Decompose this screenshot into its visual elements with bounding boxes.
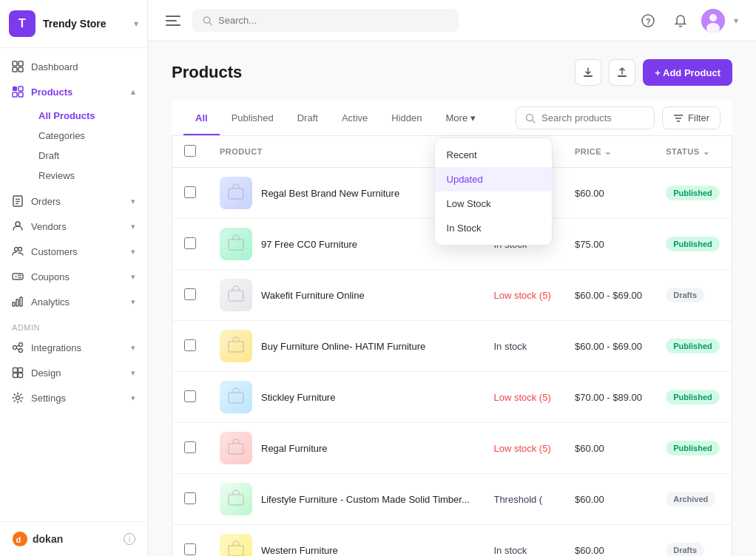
sidebar-item-design[interactable]: Design ▾ xyxy=(0,360,147,385)
tab-all[interactable]: All xyxy=(183,102,220,135)
status-badge: Published xyxy=(666,339,720,353)
table-row[interactable]: Wakefit Furniture Online Low stock (5)$6… xyxy=(172,270,732,321)
sidebar-item-orders[interactable]: Orders ▾ xyxy=(0,189,147,214)
row-checkbox[interactable] xyxy=(184,543,196,555)
svg-rect-29 xyxy=(18,368,23,373)
row-checkbox[interactable] xyxy=(184,237,196,249)
tab-draft[interactable]: Draft xyxy=(286,102,330,135)
svg-line-45 xyxy=(533,120,536,123)
svg-line-26 xyxy=(16,345,19,347)
product-thumb-icon xyxy=(226,387,246,407)
tab-published[interactable]: Published xyxy=(220,102,286,135)
brand-header[interactable]: T Trendy Store ▾ xyxy=(0,0,147,48)
sidebar-footer: d dokan i xyxy=(0,521,147,556)
row-checkbox[interactable] xyxy=(184,186,196,198)
svg-rect-2 xyxy=(13,67,17,72)
product-thumb-icon xyxy=(226,234,246,254)
product-search-input[interactable] xyxy=(541,112,645,123)
svg-point-13 xyxy=(15,248,18,251)
vendors-chevron-icon: ▾ xyxy=(131,222,135,231)
sidebar-item-vendors[interactable]: Vendors ▾ xyxy=(0,214,147,239)
orders-icon xyxy=(12,195,24,207)
product-name: 97 Free CC0 Furniture xyxy=(261,239,357,250)
sidebar-item-design-label: Design xyxy=(31,367,61,379)
hamburger-menu-button[interactable] xyxy=(166,16,180,26)
svg-line-27 xyxy=(16,348,19,350)
sidebar-item-settings[interactable]: Settings ▾ xyxy=(0,385,147,410)
add-product-button[interactable]: + Add Product xyxy=(643,59,732,86)
sidebar-item-analytics[interactable]: Analytics ▾ xyxy=(0,289,147,314)
dropdown-item-recent[interactable]: Recent xyxy=(435,143,552,167)
topbar-search-input[interactable] xyxy=(218,15,448,26)
dropdown-item-low-stock[interactable]: Low Stock xyxy=(435,191,552,216)
svg-rect-3 xyxy=(18,67,23,72)
product-cell: Buy Furniture Online- HATIM Furniture xyxy=(220,330,470,362)
sidebar-item-integrations[interactable]: Integrations ▾ xyxy=(0,335,147,360)
sidebar-item-dashboard[interactable]: Dashboard xyxy=(0,54,147,79)
status-column-header[interactable]: STATUS ⌄ xyxy=(654,136,732,168)
topbar: ? ▾ xyxy=(148,0,756,41)
product-search-box[interactable] xyxy=(516,106,655,129)
svg-point-32 xyxy=(16,396,20,400)
topbar-search-box[interactable] xyxy=(192,9,459,32)
table-row[interactable]: Lifestyle Furniture - Custom Made Solid … xyxy=(172,474,732,525)
sidebar-item-products[interactable]: Products ▴ xyxy=(0,79,147,104)
page-title: Products xyxy=(172,63,242,82)
status-badge: Drafts xyxy=(666,288,704,302)
sidebar-item-customers[interactable]: Customers ▾ xyxy=(0,239,147,264)
svg-point-12 xyxy=(16,222,20,226)
dropdown-item-in-stock[interactable]: In Stock xyxy=(435,216,552,240)
sidebar-item-categories[interactable]: Categories xyxy=(30,126,147,146)
brand-avatar: T xyxy=(9,10,36,37)
user-dropdown-chevron-icon[interactable]: ▾ xyxy=(734,16,738,26)
stock-value: Threshold ( xyxy=(493,494,542,505)
integrations-icon xyxy=(12,342,24,353)
row-checkbox[interactable] xyxy=(184,441,196,453)
dropdown-item-updated[interactable]: Updated xyxy=(435,167,552,191)
sidebar-item-integrations-label: Integrations xyxy=(31,342,81,353)
sidebar-item-orders-label: Orders xyxy=(31,196,61,207)
svg-rect-7 xyxy=(18,92,23,97)
sidebar-item-draft[interactable]: Draft xyxy=(30,146,147,166)
product-thumbnail xyxy=(220,177,252,209)
design-chevron-icon: ▾ xyxy=(131,368,135,378)
download-button[interactable] xyxy=(575,59,601,86)
sidebar-item-reviews[interactable]: Reviews xyxy=(30,166,147,186)
table-row[interactable]: Stickley Furniture Low stock (5)$70.00 -… xyxy=(172,372,732,423)
svg-rect-56 xyxy=(229,546,243,556)
analytics-icon xyxy=(12,296,24,308)
row-checkbox[interactable] xyxy=(184,339,196,351)
help-button[interactable]: ? xyxy=(636,9,660,33)
svg-rect-4 xyxy=(13,87,17,91)
topbar-actions: ? ▾ xyxy=(636,9,738,33)
filter-button[interactable]: Filter xyxy=(662,106,720,129)
sidebar-item-coupons[interactable]: Coupons ▾ xyxy=(0,264,147,289)
tab-more-button[interactable]: More ▾ xyxy=(434,102,488,135)
table-row[interactable]: Buy Furniture Online- HATIM Furniture In… xyxy=(172,321,732,372)
select-all-header xyxy=(172,136,208,168)
select-all-checkbox[interactable] xyxy=(184,145,196,157)
table-row[interactable]: Western Furniture In stock$60.00Drafts xyxy=(172,525,732,557)
products-icon xyxy=(12,86,24,98)
row-checkbox[interactable] xyxy=(184,390,196,402)
row-checkbox[interactable] xyxy=(184,288,196,300)
svg-rect-50 xyxy=(229,240,243,250)
coupons-icon xyxy=(12,271,24,282)
svg-rect-1 xyxy=(18,61,23,66)
status-badge: Drafts xyxy=(666,543,704,556)
tab-active[interactable]: Active xyxy=(330,102,379,135)
product-thumb-icon xyxy=(226,540,246,556)
user-avatar[interactable] xyxy=(701,9,725,33)
svg-rect-28 xyxy=(13,368,18,373)
price-column-header[interactable]: PRICE ⌄ xyxy=(563,136,654,168)
upload-button[interactable] xyxy=(609,59,635,86)
coupons-chevron-icon: ▾ xyxy=(131,272,135,282)
tab-hidden[interactable]: Hidden xyxy=(379,102,433,135)
stock-value: In stock xyxy=(493,341,527,352)
table-row[interactable]: Regal Furniture Low stock (5)$60.00Publi… xyxy=(172,423,732,474)
notifications-button[interactable] xyxy=(669,9,692,33)
sidebar-item-all-products[interactable]: All Products xyxy=(30,106,147,126)
info-icon[interactable]: i xyxy=(124,533,135,545)
row-checkbox[interactable] xyxy=(184,492,196,504)
svg-rect-43 xyxy=(618,75,627,77)
